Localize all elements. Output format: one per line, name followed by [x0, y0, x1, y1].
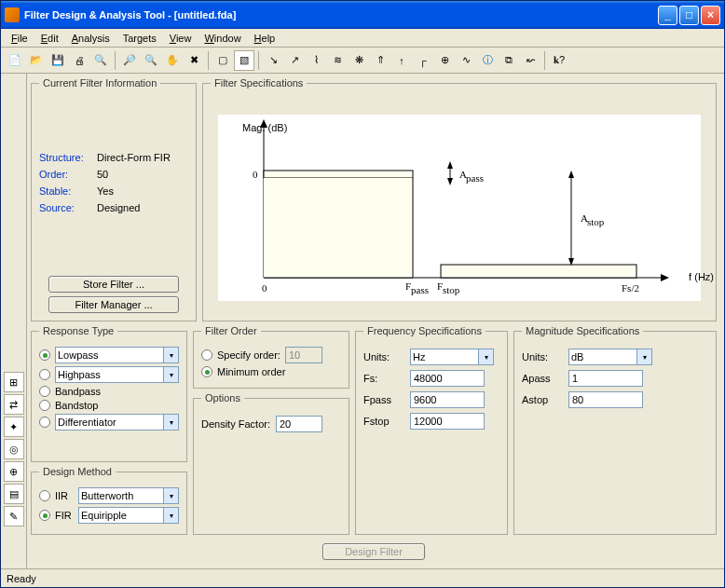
filter-coef-icon[interactable]: ┌: [413, 50, 433, 71]
sidebar-btn-1[interactable]: ⊞: [4, 372, 24, 392]
window-title: Filter Design & Analysis Tool - [untitle…: [24, 9, 658, 21]
menu-window[interactable]: Window: [198, 31, 247, 46]
min-order-label: Minimum order: [217, 366, 285, 377]
radio-highpass[interactable]: [39, 369, 50, 380]
filter-manager-button[interactable]: Filter Manager ...: [48, 296, 179, 313]
sidebar-btn-4[interactable]: ◎: [4, 439, 24, 459]
zoom-full-icon[interactable]: ✖: [184, 50, 204, 71]
menu-edit[interactable]: Edit: [34, 31, 65, 46]
filter-order: Filter Order Specify order:10 Minimum or…: [193, 325, 349, 389]
radio-iir[interactable]: [39, 490, 50, 501]
menubar: File Edit Analysis Targets View Window H…: [1, 29, 724, 48]
response-icon[interactable]: ↜: [520, 50, 540, 71]
bandpass-label: Bandpass: [55, 386, 101, 397]
highpass-combo[interactable]: Highpass▾: [55, 366, 179, 383]
sidebar-btn-3[interactable]: ✦: [4, 417, 24, 437]
chevron-down-icon[interactable]: ▾: [163, 508, 178, 523]
step-response-icon[interactable]: ⇑: [370, 50, 390, 71]
menu-help[interactable]: Help: [248, 31, 282, 46]
rt-legend: Response Type: [39, 325, 117, 336]
print-icon[interactable]: 🖨: [69, 50, 89, 71]
radio-bandstop[interactable]: [39, 400, 50, 411]
magnitude-specifications: Magnitude Specifications Units:dB▾ Apass…: [513, 325, 717, 535]
diff-combo[interactable]: Differentiator▾: [55, 414, 179, 431]
filter-specifications: Filter Specifications: [202, 77, 717, 321]
maximize-button[interactable]: □: [679, 6, 699, 25]
radio-lowpass[interactable]: [39, 349, 50, 361]
chevron-down-icon[interactable]: ▾: [163, 367, 178, 382]
mag-phase-icon[interactable]: ↗: [284, 50, 305, 71]
pole-zero-icon[interactable]: ↑: [391, 50, 412, 71]
info-icon[interactable]: ⓘ: [477, 50, 498, 71]
x-axis-label: f (Hz): [689, 271, 714, 282]
minimize-button[interactable]: _: [658, 6, 677, 25]
zoom-in-icon[interactable]: 🔎: [119, 50, 140, 71]
titlebar[interactable]: Filter Design & Analysis Tool - [untitle…: [1, 1, 724, 29]
status-text: Ready: [7, 573, 36, 584]
radio-fir[interactable]: [39, 510, 50, 521]
fpass-label: Fpass: [363, 394, 404, 405]
magnitude-icon[interactable]: ∿: [456, 50, 476, 71]
chevron-down-icon[interactable]: ▾: [163, 488, 178, 503]
freq-units-combo[interactable]: Hz▾: [410, 349, 494, 365]
sidebar-btn-2[interactable]: ⇄: [4, 394, 24, 415]
radio-min-order[interactable]: [201, 366, 212, 377]
impulse-response-icon[interactable]: ❋: [349, 50, 369, 71]
filter-specs-icon[interactable]: ▢: [212, 50, 233, 71]
svg-text:stop: stop: [443, 284, 460, 295]
mag-legend: Magnitude Specifications: [522, 325, 643, 336]
open-icon[interactable]: 📂: [26, 50, 47, 71]
mag-units-combo[interactable]: dB▾: [568, 349, 652, 365]
save-icon[interactable]: 💾: [48, 50, 68, 71]
phase-response-icon[interactable]: ↘: [263, 50, 283, 71]
chevron-down-icon[interactable]: ▾: [163, 348, 178, 362]
menu-analysis[interactable]: Analysis: [65, 31, 116, 46]
svg-marker-3: [661, 274, 669, 281]
print-preview-icon[interactable]: 🔍: [90, 50, 111, 71]
magnitude-response-icon[interactable]: ▧: [234, 50, 254, 71]
current-filter-info: Current Filter Information Structure:Dir…: [31, 77, 197, 321]
astop-input[interactable]: 80: [568, 391, 643, 408]
design-filter-button[interactable]: Design Filter: [322, 543, 425, 560]
fo-legend: Filter Order: [201, 325, 261, 336]
chevron-down-icon[interactable]: ▾: [478, 349, 493, 364]
density-input[interactable]: 20: [276, 416, 322, 432]
phase-delay-icon[interactable]: ≋: [327, 50, 348, 71]
fstop-input[interactable]: 12000: [410, 413, 485, 430]
fpass-input[interactable]: 9600: [410, 391, 485, 408]
menu-targets[interactable]: Targets: [116, 31, 163, 46]
radio-diff[interactable]: [39, 417, 50, 428]
radio-bandpass[interactable]: [39, 386, 50, 397]
round-icon[interactable]: ⊕: [434, 50, 455, 71]
close-button[interactable]: ×: [701, 6, 720, 25]
group-delay-icon[interactable]: ⌇: [306, 50, 326, 71]
pan-icon[interactable]: ✋: [162, 50, 183, 71]
order-label: Order:: [39, 169, 97, 180]
menu-file[interactable]: File: [5, 31, 34, 46]
radio-specify-order[interactable]: [201, 349, 212, 361]
overlay-icon[interactable]: ⧉: [499, 50, 519, 71]
help-icon[interactable]: 𝐤?: [549, 50, 569, 71]
sidebar-btn-6[interactable]: ▤: [4, 484, 24, 504]
status-bar: Ready: [1, 568, 724, 587]
svg-text:stop: stop: [587, 216, 605, 227]
apass-input[interactable]: 1: [568, 370, 643, 387]
frequency-specifications: Frequency Specifications Units:Hz▾ Fs:48…: [355, 325, 508, 535]
chevron-down-icon[interactable]: ▾: [163, 415, 178, 430]
fs-input[interactable]: 48000: [410, 370, 485, 387]
fir-combo[interactable]: Equiripple▾: [78, 507, 179, 524]
store-filter-button[interactable]: Store Filter ...: [48, 276, 179, 293]
opt-legend: Options: [201, 392, 244, 403]
iir-combo[interactable]: Butterworth▾: [78, 487, 179, 504]
menu-view[interactable]: View: [163, 31, 198, 46]
sidebar-btn-5[interactable]: ⊕: [4, 461, 24, 482]
new-icon[interactable]: 📄: [5, 50, 25, 71]
zoom-out-icon[interactable]: 🔍: [141, 50, 161, 71]
chevron-down-icon[interactable]: ▾: [636, 349, 651, 364]
sidebar-btn-7[interactable]: ✎: [4, 506, 24, 526]
lowpass-combo[interactable]: Lowpass▾: [55, 347, 179, 363]
specify-order-input[interactable]: 10: [285, 347, 322, 363]
sidebar: ⊞ ⇄ ✦ ◎ ⊕ ▤ ✎: [1, 74, 27, 568]
structure-value: Direct-Form FIR: [97, 152, 171, 163]
svg-marker-15: [568, 171, 574, 178]
